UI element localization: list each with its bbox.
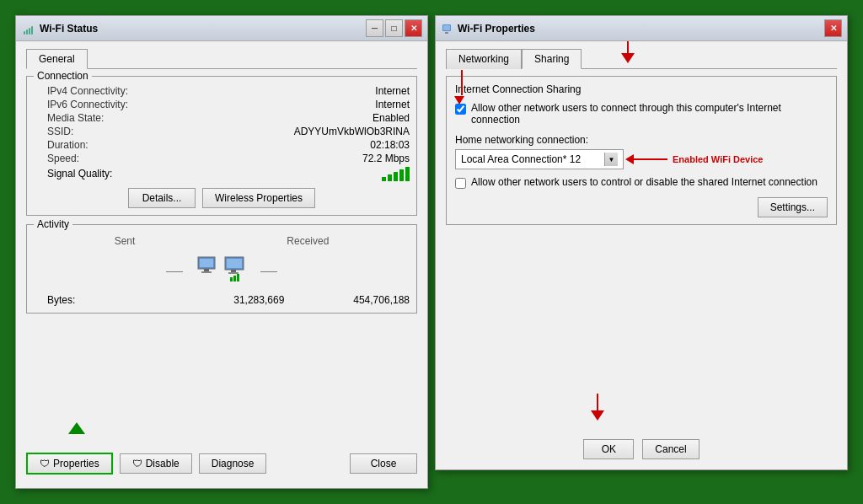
ok-arrow-annotation [591,394,604,421]
svg-rect-6 [200,259,213,267]
wifi-status-title: Wi-Fi Status [40,23,98,35]
details-btn-row: Details... Wireless Properties [34,188,410,208]
received-label: Received [287,235,329,247]
diagnose-button[interactable]: Diagnose [199,453,267,474]
tab-general[interactable]: General [26,49,88,69]
svg-rect-8 [201,271,212,273]
signal-label: Signal Quality: [47,168,112,180]
dropdown-annotation: Enabled WiFi Device [634,154,764,164]
duration-label: Duration: [34,139,152,151]
activity-section: Activity Sent Received —— [26,224,417,314]
bytes-label: Bytes: [34,294,159,306]
duration-value: 02:18:03 [152,139,410,151]
properties-button[interactable]: 🛡Properties [26,453,113,475]
hnet-label: Home networking connection: [455,134,828,146]
connection-grid: IPv4 Connectivity: Internet IPv6 Connect… [34,85,410,164]
shield-icon-left: 🛡 [40,458,50,469]
tab-sharing[interactable]: Sharing [522,49,582,69]
signal-bars [382,166,410,181]
ics-group: Internet Connection Sharing Allow other … [446,76,837,225]
svg-rect-16 [237,274,239,281]
speed-value: 72.2 Mbps [152,153,410,164]
close-button[interactable]: ✕ [405,19,422,37]
titlebar-left: Wi-Fi Status [21,22,98,35]
allow2-checkbox[interactable] [455,178,466,189]
activity-label: Activity [34,218,72,230]
tab-strip: General [26,48,417,69]
svg-rect-15 [233,276,236,281]
green-arrow-up-icon [68,422,85,434]
dropdown-row: Local Area Connection* 12 ▼ Enabled WiFi… [455,149,828,169]
properties-arrow-annotation [68,422,85,434]
ics-title: Internet Connection Sharing [455,83,828,95]
sent-label: Sent [115,235,136,247]
disable-button[interactable]: 🛡Disable [120,453,192,474]
wifi-properties-titlebar: Wi-Fi Properties ✕ [436,16,847,41]
sent-bytes: 31,283,669 [159,294,285,306]
connection-label: Connection [34,70,92,82]
wireless-properties-button[interactable]: Wireless Properties [202,188,315,208]
allow2-checkbox-row: Allow other network users to control or … [455,176,828,189]
prop-tab-strip: Networking Sharing [446,48,837,69]
properties-icon [441,23,453,35]
allow-checkbox[interactable] [455,104,466,115]
allow-checkbox-row: Allow other network users to connect thr… [455,102,828,126]
prop-titlebar-left: Wi-Fi Properties [441,23,535,35]
settings-btn-row: Settings... [455,197,828,217]
arrow-head-left [625,154,634,164]
tab-networking[interactable]: Networking [446,49,522,69]
signal-row: Signal Quality: [34,164,410,183]
svg-rect-1 [26,29,28,35]
svg-rect-11 [227,259,242,268]
received-bytes: 454,706,188 [284,294,410,306]
minimize-button[interactable]: ─ [366,19,383,37]
ipv4-value: Internet [152,85,410,97]
media-value: Enabled [152,112,410,124]
bar5 [405,167,410,181]
wifi-status-titlebar: Wi-Fi Status ─ □ ✕ [16,16,427,41]
bar3 [394,172,398,181]
dropdown-value: Local Area Connection* 12 [461,153,581,165]
ssid-value: ADYYUmVkbWlOb3RINA [152,126,410,137]
received-line: —— [260,266,277,276]
properties-body: Networking Sharing Internet Connection S… [436,41,847,240]
wifi-properties-dialog: Wi-Fi Properties ✕ Networking Sharing In… [435,15,848,470]
bytes-row: Bytes: 31,283,669 454,706,188 [34,294,410,306]
svg-rect-7 [204,269,209,271]
close-dialog-button[interactable]: Close [350,453,417,474]
cancel-button[interactable]: Cancel [642,439,699,459]
details-button[interactable]: Details... [128,188,196,208]
prop-titlebar-buttons: ✕ [824,19,842,37]
shield-icon-disable: 🛡 [132,458,142,469]
arrow-line [634,158,667,160]
speed-label: Speed: [34,153,152,164]
dropdown-arrow-icon: ▼ [604,153,618,166]
dialog-footer: OK Cancel [436,439,847,459]
ssid-label: SSID: [34,126,152,137]
ok-arrow-stem [597,394,598,410]
sent-line: —— [166,266,183,276]
ipv6-value: Internet [152,99,410,110]
settings-button[interactable]: Settings... [758,197,828,217]
wifi-status-dialog: Wi-Fi Status ─ □ ✕ General Connection IP… [15,15,428,489]
media-label: Media State: [34,112,152,124]
bottom-buttons: 🛡Properties 🛡Disable Diagnose Close [26,453,417,475]
prop-close-button[interactable]: ✕ [824,19,842,37]
wifi-icon [21,22,35,35]
ipv6-label: IPv6 Connectivity: [34,99,152,110]
ok-button[interactable]: OK [583,439,634,459]
svg-rect-12 [231,270,236,272]
bar2 [388,174,392,181]
hnet-dropdown[interactable]: Local Area Connection* 12 ▼ [455,149,624,169]
maximize-button[interactable]: □ [385,19,403,37]
svg-rect-19 [445,32,448,34]
svg-rect-14 [230,277,233,281]
activity-labels: Sent Received [34,235,410,247]
connection-section: Connection IPv4 Connectivity: Internet I… [26,76,417,216]
svg-rect-3 [31,26,33,35]
wifi-properties-title: Wi-Fi Properties [458,23,535,35]
bar4 [399,169,404,181]
allow2-checkbox-label: Allow other network users to control or … [471,176,817,188]
titlebar-buttons: ─ □ ✕ [366,19,422,37]
ipv4-label: IPv4 Connectivity: [34,85,152,97]
